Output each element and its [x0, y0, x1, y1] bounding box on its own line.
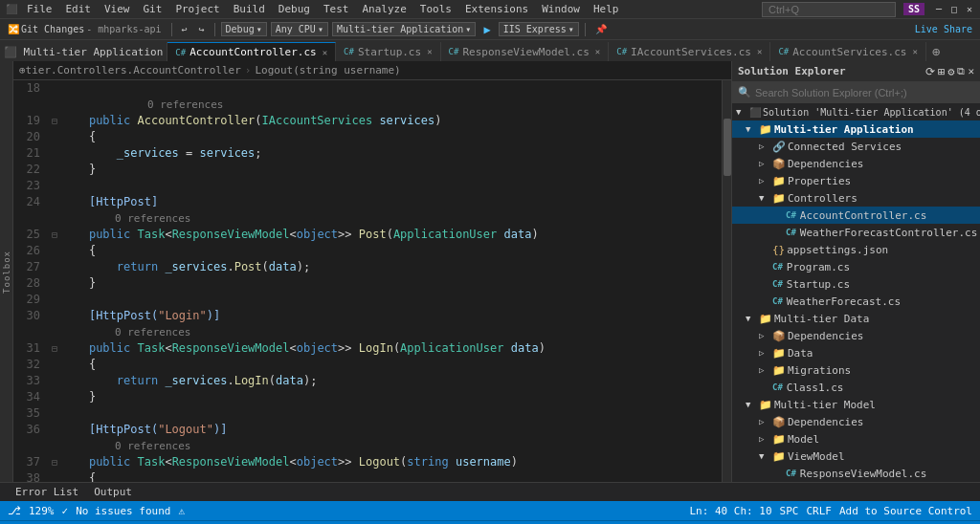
line-content-19: public AccountController(IAccountService… — [61, 113, 722, 129]
debug-mode-dropdown[interactable]: Debug ▾ — [221, 22, 267, 36]
solution-search-input[interactable] — [755, 87, 974, 98]
pin-button[interactable]: 📌 — [591, 23, 611, 35]
tree-item-mta[interactable]: ▼ 📁 Multi-tier Application — [732, 120, 980, 138]
line-content-38: { — [61, 470, 722, 482]
se-close-button[interactable]: ✕ — [968, 65, 974, 78]
tab-account-services[interactable]: C# AccountServices.cs ✕ — [770, 42, 925, 61]
line-number-26: 26 — [13, 243, 48, 259]
cpu-dropdown[interactable]: Any CPU ▾ — [271, 22, 328, 36]
se-float-button[interactable]: ⧉ — [957, 65, 965, 78]
tree-item-program[interactable]: C# Program.cs — [732, 258, 980, 275]
undo-button[interactable]: ↩ — [178, 23, 191, 35]
status-encoding[interactable]: SPC — [780, 505, 799, 517]
live-share-button[interactable]: Live Share — [911, 23, 976, 35]
toolbox-panel[interactable]: Toolbox — [0, 61, 13, 482]
tree-item-model-folder[interactable]: ▷ 📁 Model — [732, 430, 980, 448]
tab-account-controller[interactable]: C# AccountController.cs ✕ — [167, 42, 336, 61]
tab-solution-explorer-panel[interactable]: ⬛ Multi-tier Application — [0, 42, 167, 61]
menu-tools[interactable]: Tools — [414, 0, 457, 19]
redo-button[interactable]: ↪ — [195, 23, 209, 35]
code-editor[interactable]: 18 0 references 19 ⊟ public AccountContr… — [13, 80, 722, 482]
output-tab[interactable]: Output — [86, 486, 140, 498]
tree-item-data-dep[interactable]: ▷ 📦 Dependencies — [732, 327, 980, 344]
menu-build[interactable]: Build — [228, 0, 271, 19]
tree-item-appsettings[interactable]: {} appsettings.json — [732, 241, 980, 258]
data-folder-icon: 📁 — [772, 347, 786, 360]
line-number-22: 22 — [13, 162, 48, 178]
tab-close-startup[interactable]: ✕ — [427, 47, 432, 56]
tree-item-account-controller[interactable]: C# AccountController.cs — [732, 207, 980, 224]
line-number-ref25 — [13, 210, 48, 227]
vm-arrow: ▼ — [759, 451, 770, 461]
play-button[interactable]: ▶ — [479, 22, 494, 37]
menu-analyze[interactable]: Analyze — [356, 0, 412, 19]
menu-view[interactable]: View — [99, 0, 136, 19]
solution-explorer-tree: ▼ ⬛ Solution 'Multi-tier Application' (4… — [732, 103, 980, 482]
status-no-issues[interactable]: No issues found — [76, 505, 170, 517]
se-filter-button[interactable]: ⊞ — [938, 65, 945, 78]
model-dep-label: Dependencies — [788, 416, 863, 428]
menu-test[interactable]: Test — [318, 0, 355, 19]
tab-response-view-model[interactable]: C# ResponseViewModel.cs ✕ — [441, 42, 610, 61]
tab-close-rvm[interactable]: ✕ — [595, 47, 600, 56]
status-source-control[interactable]: Add to Source Control — [839, 505, 972, 517]
minimize-button[interactable]: ─ — [932, 3, 946, 16]
global-search-input[interactable] — [762, 2, 896, 17]
tab-startup[interactable]: C# Startup.cs ✕ — [336, 42, 441, 61]
tree-solution-root[interactable]: ▼ ⬛ Solution 'Multi-tier Application' (4… — [732, 103, 980, 120]
tree-item-migrations[interactable]: ▷ 📁 Migrations — [732, 361, 980, 379]
tree-item-class1[interactable]: C# Class1.cs — [732, 379, 980, 396]
se-sync-button[interactable]: ⟳ — [925, 65, 935, 78]
tree-item-mtmodel[interactable]: ▼ 📁 Multi-tier Model — [732, 396, 980, 413]
controllers-label: Controllers — [788, 192, 858, 205]
add-tab-button[interactable]: ⊕ — [926, 42, 946, 61]
app-dropdown[interactable]: Multi-tier Application ▾ — [332, 22, 476, 36]
status-zoom[interactable]: 129% — [29, 505, 55, 517]
line-content-32: { — [61, 357, 722, 373]
se-settings-button[interactable]: ⚙ — [947, 65, 954, 78]
tree-item-data-folder[interactable]: ▷ 📁 Data — [732, 344, 980, 361]
menu-extensions[interactable]: Extensions — [459, 0, 534, 19]
tree-item-properties[interactable]: ▷ 📁 Properties — [732, 172, 980, 189]
status-line-ending[interactable]: CRLF — [806, 505, 832, 517]
menu-window[interactable]: Window — [536, 0, 586, 19]
editor-scrollbar[interactable] — [722, 80, 731, 482]
error-list-tab[interactable]: Error List — [8, 486, 86, 498]
tree-item-startup[interactable]: C# Startup.cs — [732, 275, 980, 293]
solution-explorer-header: Solution Explorer ⟳ ⊞ ⚙ ⧉ ✕ — [732, 61, 980, 82]
menu-debug[interactable]: Debug — [273, 0, 316, 19]
ready-bar: Ready — [0, 520, 980, 524]
menu-edit[interactable]: Edit — [60, 0, 98, 19]
close-button[interactable]: ✕ — [963, 3, 976, 16]
tree-item-viewmodel[interactable]: ▼ 📁 ViewModel — [732, 448, 980, 465]
solution-explorer-search[interactable]: 🔍 — [732, 82, 980, 103]
menu-project[interactable]: Project — [169, 0, 225, 19]
tab-close-as[interactable]: ✕ — [912, 47, 917, 56]
tree-item-controllers[interactable]: ▼ 📁 Controllers — [732, 189, 980, 207]
iis-dropdown[interactable]: IIS Express ▾ — [499, 22, 579, 36]
menu-git[interactable]: Git — [138, 0, 168, 19]
tree-item-model-dep[interactable]: ▷ 📦 Dependencies — [732, 413, 980, 430]
editor-body[interactable]: 18 0 references 19 ⊟ public AccountContr… — [13, 80, 731, 482]
tree-item-weather-controller[interactable]: C# WeatherForecastController.cs — [732, 224, 980, 241]
tree-item-rvm[interactable]: C# ResponseViewModel.cs — [732, 465, 980, 482]
appsettings-icon: {} — [772, 244, 785, 256]
git-changes-button[interactable]: 🔀 Git Changes - mhparks-api — [4, 23, 166, 35]
line-content-26: { — [61, 243, 722, 259]
tab-label-startup: Startup.cs — [358, 46, 421, 58]
scrollbar-thumb[interactable] — [724, 119, 731, 176]
maximize-button[interactable]: □ — [947, 3, 961, 16]
tab-close-button[interactable]: ✕ — [323, 48, 327, 57]
line-gutter-25: ⊟ — [48, 227, 61, 243]
tree-item-dependencies[interactable]: ▷ 📦 Dependencies — [732, 155, 980, 172]
solution-explorer-title: Solution Explorer — [738, 65, 846, 77]
tree-item-connected-services[interactable]: ▷ 🔗 Connected Services — [732, 138, 980, 155]
code-line-24: 24 [HttpPost] — [13, 194, 722, 210]
tab-close-ias[interactable]: ✕ — [757, 47, 762, 56]
app-arrow: ▾ — [465, 24, 471, 34]
tree-item-mtdata[interactable]: ▼ 📁 Multi-tier Data — [732, 310, 980, 327]
tab-iaccount-services[interactable]: C# IAccountServices.cs ✕ — [609, 42, 770, 61]
menu-file[interactable]: File — [21, 0, 58, 19]
menu-help[interactable]: Help — [588, 0, 625, 19]
tree-item-weather-forecast[interactable]: C# WeatherForecast.cs — [732, 293, 980, 310]
